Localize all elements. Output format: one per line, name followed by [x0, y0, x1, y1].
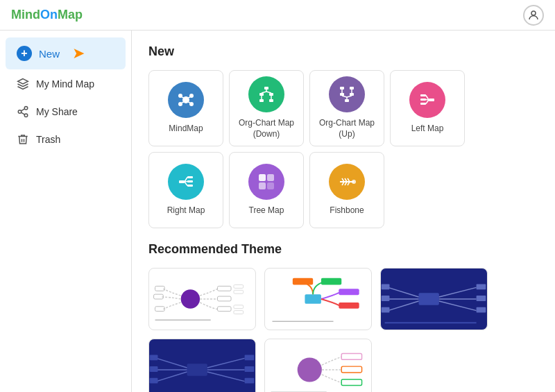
arrow-icon: ➤	[72, 44, 85, 62]
map-card-fishbone[interactable]: Fishbone	[309, 152, 384, 228]
tree-map-label: Tree Map	[249, 205, 284, 216]
map-card-org-up[interactable]: Org-Chart Map (Up)	[309, 70, 384, 146]
profile-icon[interactable]	[523, 5, 544, 26]
main-content: New MindMap	[132, 31, 555, 392]
svg-line-42	[426, 100, 429, 104]
svg-line-95	[157, 358, 187, 368]
org-down-icon	[248, 76, 284, 112]
map-cards-grid: MindMap	[148, 70, 538, 228]
svg-rect-37	[420, 94, 426, 96]
map-card-tree[interactable]: Tree Map	[229, 152, 304, 228]
logo: Mind On Map	[11, 8, 83, 22]
svg-line-6	[21, 109, 24, 111]
svg-rect-45	[187, 180, 193, 182]
left-map-icon	[409, 82, 445, 118]
svg-rect-46	[187, 185, 193, 187]
svg-rect-110	[341, 366, 361, 373]
logo-on: On	[40, 8, 58, 22]
svg-rect-76	[321, 278, 341, 285]
svg-rect-63	[155, 286, 165, 291]
sidebar-item-my-share[interactable]: My Share	[6, 99, 126, 125]
svg-rect-66	[218, 286, 232, 291]
map-card-org-down[interactable]: Org-Chart Map(Down)	[229, 70, 304, 146]
svg-rect-17	[259, 93, 264, 96]
svg-line-101	[207, 358, 245, 368]
svg-rect-29	[340, 87, 344, 90]
svg-rect-36	[429, 99, 434, 101]
svg-rect-50	[259, 174, 266, 181]
svg-rect-38	[420, 99, 426, 101]
svg-rect-84	[382, 296, 390, 301]
svg-rect-80	[419, 293, 439, 305]
map-card-left[interactable]: Left Map	[390, 70, 465, 146]
svg-line-33	[347, 96, 352, 97]
sidebar-my-mind-map-label: My Mind Map	[36, 78, 94, 90]
trash-icon	[17, 133, 29, 146]
svg-rect-109	[341, 354, 361, 360]
svg-rect-92	[477, 307, 486, 313]
svg-rect-100	[150, 378, 158, 384]
sidebar-item-trash[interactable]: Trash	[6, 126, 126, 153]
map-card-right[interactable]: Right Map	[148, 152, 223, 228]
theme-card-1[interactable]	[148, 268, 256, 330]
svg-line-32	[342, 96, 347, 97]
sidebar-item-my-mind-map[interactable]: My Mind Map	[6, 71, 126, 97]
svg-line-49	[185, 182, 187, 186]
fishbone-label: Fishbone	[330, 205, 364, 216]
svg-rect-104	[245, 366, 255, 372]
map-card-mindmap[interactable]: MindMap	[148, 70, 223, 146]
svg-marker-1	[18, 79, 28, 85]
svg-line-81	[388, 287, 419, 297]
svg-rect-75	[293, 278, 313, 285]
svg-rect-82	[382, 284, 390, 289]
svg-rect-88	[477, 284, 486, 289]
org-up-icon	[329, 76, 365, 112]
theme-card-3[interactable]	[380, 268, 488, 330]
logo-mind: Mind	[11, 8, 40, 22]
svg-point-108	[298, 357, 322, 382]
theme-card-4[interactable]	[148, 339, 256, 392]
new-section-title: New	[148, 44, 538, 59]
svg-rect-90	[477, 296, 486, 301]
svg-rect-26	[345, 99, 349, 102]
logo-map: Map	[58, 8, 83, 22]
right-map-label: Right Map	[167, 205, 205, 216]
svg-rect-70	[234, 290, 244, 293]
left-map-label: Left Map	[411, 123, 444, 135]
svg-rect-98	[150, 366, 158, 372]
svg-rect-77	[339, 289, 359, 295]
svg-line-13	[188, 97, 190, 98]
theme-card-2[interactable]	[264, 268, 372, 330]
svg-rect-16	[264, 87, 268, 90]
svg-point-62	[181, 289, 200, 308]
svg-line-12	[182, 97, 184, 98]
theme-card-5[interactable]	[264, 339, 372, 392]
sidebar-trash-label: Trash	[36, 134, 60, 145]
sidebar: + New ➤ My Mind Map	[0, 31, 132, 392]
fishbone-icon	[329, 164, 365, 200]
theme-section-title: Recommended Theme	[148, 242, 538, 257]
svg-line-85	[388, 301, 419, 311]
svg-rect-106	[245, 378, 255, 384]
sidebar-item-new[interactable]: + New ➤	[6, 37, 126, 69]
svg-rect-30	[350, 87, 354, 90]
org-down-label: Org-Chart Map(Down)	[239, 118, 294, 139]
svg-line-14	[182, 102, 184, 103]
sidebar-my-share-label: My Share	[36, 106, 78, 117]
right-map-icon	[168, 164, 204, 200]
svg-rect-72	[234, 311, 244, 314]
svg-rect-44	[187, 176, 193, 178]
svg-rect-94	[187, 364, 207, 376]
svg-rect-86	[382, 307, 390, 313]
mindmap-label: MindMap	[169, 123, 203, 135]
svg-rect-78	[339, 302, 359, 309]
svg-rect-51	[267, 174, 274, 181]
svg-rect-20	[269, 99, 273, 102]
svg-line-91	[439, 301, 477, 311]
svg-rect-102	[245, 355, 255, 360]
header: Mind On Map	[0, 0, 555, 31]
mindmap-icon	[168, 82, 204, 118]
svg-rect-74	[305, 294, 321, 304]
plus-icon: +	[17, 46, 32, 61]
svg-rect-43	[179, 180, 185, 183]
